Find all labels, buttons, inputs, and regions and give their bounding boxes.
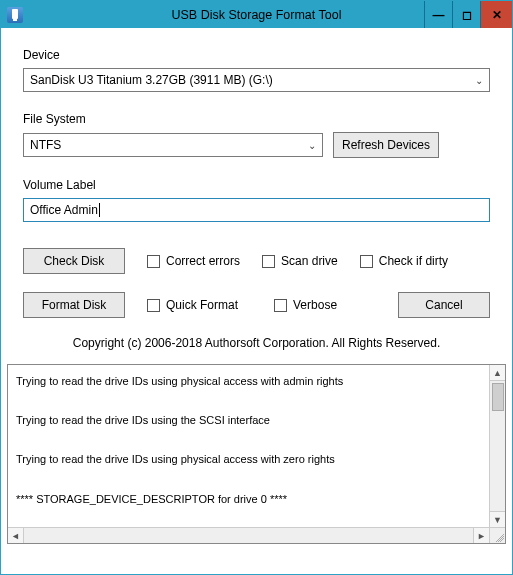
log-line: **** STORAGE_DEVICE_DESCRIPTOR for drive… bbox=[16, 493, 497, 506]
volume-label-value: Office Admin bbox=[30, 203, 98, 217]
verbose-checkbox[interactable]: Verbose bbox=[274, 298, 337, 312]
quick-format-checkbox[interactable]: Quick Format bbox=[147, 298, 238, 312]
log-line: Trying to read the drive IDs using physi… bbox=[16, 453, 497, 466]
filesystem-selected-value: NTFS bbox=[30, 138, 61, 152]
chevron-down-icon: ⌄ bbox=[308, 140, 316, 151]
checkbox-label: Scan drive bbox=[281, 254, 338, 268]
text-cursor bbox=[99, 203, 100, 217]
log-line: Trying to read the drive IDs using physi… bbox=[16, 375, 497, 388]
correct-errors-checkbox[interactable]: Correct errors bbox=[147, 254, 240, 268]
volume-label: Volume Label bbox=[23, 178, 490, 192]
checkbox-label: Correct errors bbox=[166, 254, 240, 268]
refresh-devices-button[interactable]: Refresh Devices bbox=[333, 132, 439, 158]
scroll-down-arrow-icon[interactable]: ▼ bbox=[490, 511, 505, 527]
log-line: Trying to read the drive IDs using the S… bbox=[16, 414, 497, 427]
checkbox-box bbox=[262, 255, 275, 268]
window-title: USB Disk Storage Format Tool bbox=[1, 8, 512, 22]
titlebar[interactable]: USB Disk Storage Format Tool — ◻ ✕ bbox=[1, 1, 512, 28]
checkbox-box bbox=[147, 299, 160, 312]
checkbox-box bbox=[274, 299, 287, 312]
log-output: Trying to read the drive IDs using physi… bbox=[7, 364, 506, 544]
cancel-button[interactable]: Cancel bbox=[398, 292, 490, 318]
chevron-down-icon: ⌄ bbox=[475, 75, 483, 86]
scroll-thumb[interactable] bbox=[492, 383, 504, 411]
device-label: Device bbox=[23, 48, 490, 62]
horizontal-scrollbar[interactable]: ◄ ► bbox=[8, 527, 489, 543]
filesystem-select[interactable]: NTFS ⌄ bbox=[23, 133, 323, 157]
scrollbar-corner bbox=[489, 527, 505, 543]
scroll-up-arrow-icon[interactable]: ▲ bbox=[490, 365, 505, 381]
checkbox-box bbox=[360, 255, 373, 268]
volume-label-input[interactable]: Office Admin bbox=[23, 198, 490, 222]
scroll-left-arrow-icon[interactable]: ◄ bbox=[8, 528, 24, 543]
check-if-dirty-checkbox[interactable]: Check if dirty bbox=[360, 254, 448, 268]
scroll-right-arrow-icon[interactable]: ► bbox=[473, 528, 489, 543]
vertical-scrollbar[interactable]: ▲ ▼ bbox=[489, 365, 505, 527]
checkbox-label: Check if dirty bbox=[379, 254, 448, 268]
filesystem-label: File System bbox=[23, 112, 490, 126]
checkbox-label: Verbose bbox=[293, 298, 337, 312]
checkbox-label: Quick Format bbox=[166, 298, 238, 312]
check-disk-button[interactable]: Check Disk bbox=[23, 248, 125, 274]
format-disk-button[interactable]: Format Disk bbox=[23, 292, 125, 318]
device-selected-value: SanDisk U3 Titanium 3.27GB (3911 MB) (G:… bbox=[30, 73, 273, 87]
log-content[interactable]: Trying to read the drive IDs using physi… bbox=[8, 365, 505, 543]
device-select[interactable]: SanDisk U3 Titanium 3.27GB (3911 MB) (G:… bbox=[23, 68, 490, 92]
copyright-text: Copyright (c) 2006-2018 Authorsoft Corpo… bbox=[23, 336, 490, 350]
checkbox-box bbox=[147, 255, 160, 268]
scan-drive-checkbox[interactable]: Scan drive bbox=[262, 254, 338, 268]
resize-grip-icon[interactable] bbox=[494, 532, 504, 542]
